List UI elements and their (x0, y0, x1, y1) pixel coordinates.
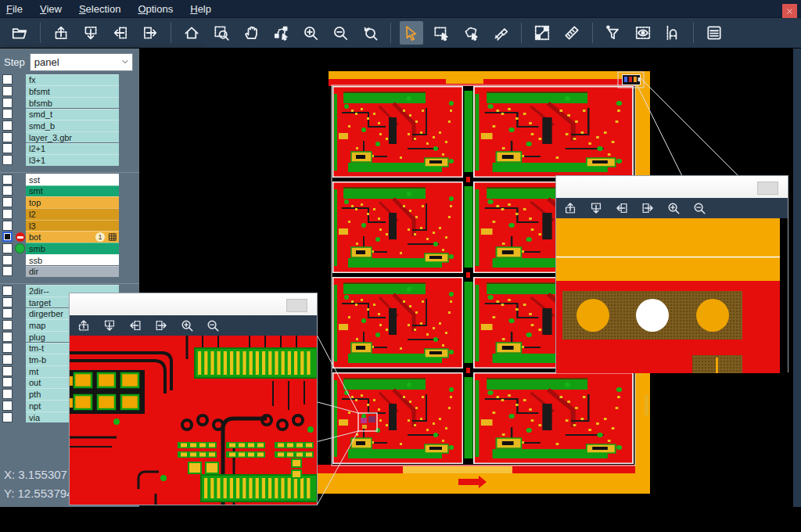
home-icon[interactable] (180, 21, 203, 45)
zoom-view-content[interactable] (556, 218, 788, 373)
ruler-icon[interactable] (560, 21, 584, 45)
layer-visibility-checkbox[interactable] (2, 221, 13, 231)
zoom-in-icon[interactable] (299, 21, 322, 45)
view-options-icon[interactable] (631, 21, 655, 45)
layer-visibility-checkbox[interactable] (2, 120, 13, 131)
layer-name-chip[interactable]: ssb (26, 254, 119, 266)
pan-left-icon[interactable] (126, 317, 145, 334)
layer-marker[interactable] (14, 389, 26, 399)
layer-visibility-checkbox[interactable] (2, 143, 13, 153)
layer-marker[interactable] (14, 98, 26, 108)
layer-marker[interactable] (14, 412, 26, 422)
zoom-in-icon[interactable] (664, 200, 683, 217)
layer-marker[interactable] (14, 320, 26, 330)
layer-visibility-checkbox[interactable] (2, 320, 13, 330)
layer-marker[interactable] (14, 74, 26, 84)
layer-name-chip[interactable]: l3 (26, 220, 119, 232)
layer-row-smd_b[interactable]: smd_b (0, 120, 139, 131)
layer-visibility-checkbox[interactable] (2, 109, 13, 119)
layer-visibility-checkbox[interactable] (2, 297, 13, 307)
zoom-out-icon[interactable] (203, 317, 222, 334)
zoom-window-fiducial[interactable] (555, 175, 788, 372)
pan-down-icon[interactable] (100, 317, 119, 334)
layer-visibility-checkbox[interactable] (2, 185, 13, 196)
chevron-down-icon[interactable] (119, 54, 132, 70)
layer-marker[interactable] (14, 366, 26, 376)
layer-visibility-checkbox[interactable] (2, 255, 13, 265)
layer-row-bot[interactable]: bot1 (0, 232, 139, 243)
layer-marker[interactable] (14, 155, 26, 165)
layer-visibility-checkbox[interactable] (2, 366, 13, 376)
layer-row-fx[interactable]: fx (0, 74, 139, 85)
layer-marker[interactable] (14, 232, 26, 242)
pan-up-icon[interactable] (49, 21, 73, 45)
layer-visibility-checkbox[interactable] (2, 332, 13, 342)
layer-visibility-checkbox[interactable] (2, 174, 13, 185)
zoom-window-detail[interactable] (69, 293, 318, 505)
zoom-region-icon[interactable] (210, 21, 233, 45)
layer-name-chip[interactable]: sst (26, 174, 119, 185)
clean-brush-icon[interactable] (489, 21, 512, 45)
layer-row-dir[interactable]: dir (0, 266, 139, 277)
layer-marker[interactable] (14, 221, 26, 231)
layer-name-chip[interactable]: smd_b (26, 120, 119, 131)
move-vertex-icon[interactable] (269, 21, 293, 45)
layer-marker[interactable] (14, 354, 26, 365)
pan-down-icon[interactable] (587, 200, 605, 217)
popup-titlebar-button[interactable] (757, 182, 778, 195)
zoom-previous-icon[interactable] (358, 21, 382, 45)
open-folder-icon[interactable] (8, 21, 31, 45)
layer-row-bfsmb[interactable]: bfsmb (0, 97, 139, 108)
layer-marker[interactable] (14, 297, 26, 307)
layer-row-smb[interactable]: smb (0, 243, 139, 254)
layer-marker[interactable] (14, 266, 26, 276)
step-select[interactable]: panel (30, 53, 133, 71)
zoom-out-icon[interactable] (690, 200, 709, 217)
layer-marker[interactable] (14, 209, 26, 219)
layer-visibility-checkbox[interactable] (2, 412, 13, 422)
zoom-window-titlebar[interactable] (556, 176, 788, 198)
layer-visibility-checkbox[interactable] (2, 209, 13, 219)
layer-marker[interactable] (14, 197, 26, 207)
pan-left-icon[interactable] (612, 200, 631, 217)
zoom-out-icon[interactable] (329, 21, 352, 45)
layer-marker[interactable] (14, 308, 26, 318)
layer-visibility-checkbox[interactable] (2, 98, 13, 108)
layer-marker[interactable] (14, 286, 26, 296)
layer-row-smd_t[interactable]: smd_t (0, 109, 139, 120)
layer-visibility-checkbox[interactable] (2, 354, 13, 365)
layer-name-chip[interactable]: smt (26, 185, 119, 197)
layer-marker[interactable] (14, 243, 26, 253)
menu-help[interactable]: Help (190, 3, 211, 15)
layer-visibility-checkbox[interactable] (2, 377, 13, 387)
popup-titlebar-button[interactable] (286, 299, 307, 312)
layer-row-ssb[interactable]: ssb (0, 254, 139, 265)
polygon-select-icon[interactable] (459, 21, 483, 45)
snap-magnet-icon[interactable] (661, 21, 684, 45)
layer-visibility-checkbox[interactable] (2, 243, 13, 253)
layer-visibility-checkbox[interactable] (2, 286, 13, 296)
pan-hand-icon[interactable] (239, 21, 263, 45)
zoom-view-content[interactable] (70, 336, 317, 505)
layer-row-l2+1[interactable]: l2+1 (0, 143, 139, 154)
filter-icon[interactable] (602, 21, 625, 45)
layers-panel-icon[interactable] (702, 21, 726, 45)
menu-view[interactable]: View (40, 3, 62, 15)
layer-marker[interactable] (14, 332, 26, 342)
layer-name-chip[interactable]: bfsmb (26, 97, 119, 109)
pan-up-icon[interactable] (74, 317, 93, 334)
layer-row-l3+1[interactable]: l3+1 (0, 155, 139, 166)
layer-row-l3[interactable]: l3 (0, 220, 139, 231)
layer-row-layer_3.gbr[interactable]: layer_3.gbr (0, 131, 139, 142)
zoom-window-titlebar[interactable] (70, 293, 317, 315)
select-cursor-icon[interactable] (400, 21, 423, 45)
layer-marker[interactable] (14, 401, 26, 411)
layer-visibility-checkbox[interactable] (2, 308, 13, 318)
layer-name-chip[interactable]: top (26, 196, 119, 208)
layer-visibility-checkbox[interactable] (2, 74, 13, 84)
layer-name-chip[interactable]: layer_3.gbr (26, 131, 119, 143)
layer-visibility-checkbox[interactable] (2, 232, 13, 242)
measure-distance-icon[interactable] (530, 21, 554, 45)
layer-name-chip[interactable]: smd_t (26, 109, 119, 120)
layer-visibility-checkbox[interactable] (2, 401, 13, 411)
